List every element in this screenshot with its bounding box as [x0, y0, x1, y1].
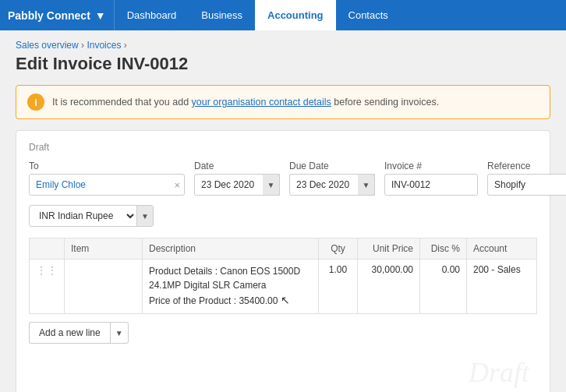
- disc-cell[interactable]: 0.00: [420, 260, 467, 314]
- page-content: Sales overview › Invoices › Edit Invoice…: [0, 30, 566, 392]
- breadcrumb: Sales overview › Invoices ›: [16, 40, 550, 51]
- due-date-calendar-icon[interactable]: ▼: [358, 174, 375, 196]
- desc-line2: Price of the Product : 35400.00 ↖: [149, 292, 312, 309]
- col-account-header: Account: [467, 238, 537, 260]
- breadcrumb-sales-overview[interactable]: Sales overview: [16, 40, 79, 51]
- reference-label: Reference: [487, 161, 566, 171]
- draft-label: Draft: [29, 142, 537, 153]
- reference-input[interactable]: [487, 174, 566, 196]
- page-title: Edit Invoice INV-0012: [16, 54, 550, 74]
- alert-banner: i It is recommended that you add your or…: [16, 85, 550, 119]
- to-input[interactable]: [29, 174, 185, 196]
- currency-select-wrapper: INR Indian Rupee USD US Dollar EUR Euro …: [29, 205, 154, 227]
- qty-cell[interactable]: 1.00: [319, 260, 358, 314]
- reference-field-group: Reference: [487, 161, 566, 196]
- currency-caret-icon[interactable]: ▼: [136, 206, 153, 226]
- table-row: ⋮⋮ Product Details : Canon EOS 1500D 24.…: [30, 260, 537, 314]
- due-date-label: Due Date: [289, 161, 375, 171]
- nav-link-business[interactable]: Business: [189, 0, 255, 30]
- watermark-area: Draft: [29, 353, 537, 392]
- alert-icon: i: [27, 94, 44, 111]
- add-line-caret-icon[interactable]: ▼: [110, 322, 129, 344]
- form-card: Draft To × Date ▼ Due Date: [16, 130, 550, 392]
- alert-org-link[interactable]: your organisation contact details: [192, 97, 331, 108]
- add-line-button[interactable]: Add a new line: [29, 322, 110, 344]
- item-cell: [65, 260, 143, 314]
- due-date-field-group: Due Date ▼: [289, 161, 375, 196]
- col-drag-header: [30, 238, 65, 260]
- top-navigation: Pabbly Connect ▼ Dashboard Business Acco…: [0, 0, 566, 30]
- add-line-row: Add a new line ▼: [29, 322, 537, 344]
- cursor-indicator: ↖: [281, 292, 290, 309]
- due-date-wrapper: ▼: [289, 174, 375, 196]
- col-qty-header: Qty: [319, 238, 358, 260]
- currency-row: INR Indian Rupee USD US Dollar EUR Euro …: [29, 205, 537, 227]
- col-unitprice-header: Unit Price: [358, 238, 420, 260]
- drag-handle[interactable]: ⋮⋮: [30, 260, 65, 314]
- breadcrumb-invoices[interactable]: Invoices: [87, 40, 121, 51]
- nav-link-contacts[interactable]: Contacts: [336, 0, 401, 30]
- invoice-input[interactable]: [384, 174, 478, 196]
- to-field-group: To ×: [29, 161, 185, 196]
- date-wrapper: ▼: [194, 174, 280, 196]
- invoice-label: Invoice #: [384, 161, 478, 171]
- currency-select[interactable]: INR Indian Rupee USD US Dollar EUR Euro …: [30, 207, 136, 225]
- col-disc-header: Disc %: [420, 238, 467, 260]
- brand-logo[interactable]: Pabbly Connect ▼: [0, 0, 115, 30]
- to-field-wrapper: ×: [29, 174, 185, 196]
- col-desc-header: Description: [143, 238, 319, 260]
- invoice-table: Item Description Qty Unit Price Disc % A…: [29, 238, 537, 314]
- invoice-field-group: Invoice #: [384, 161, 478, 196]
- table-header-row: Item Description Qty Unit Price Disc % A…: [30, 238, 537, 260]
- account-cell[interactable]: 200 - Sales: [467, 260, 537, 314]
- to-clear-icon[interactable]: ×: [174, 179, 180, 191]
- fields-row: To × Date ▼ Due Date ▼: [29, 161, 537, 196]
- nav-link-dashboard[interactable]: Dashboard: [115, 0, 189, 30]
- to-label: To: [29, 161, 185, 171]
- nav-links: Dashboard Business Accounting Contacts: [115, 0, 401, 30]
- date-label: Date: [194, 161, 280, 171]
- add-line-btn-wrapper: Add a new line ▼: [29, 322, 537, 344]
- col-item-header: Item: [65, 238, 143, 260]
- desc-line1: Product Details : Canon EOS 1500D 24.1MP…: [149, 264, 312, 292]
- date-calendar-icon[interactable]: ▼: [263, 174, 280, 196]
- brand-name: Pabbly Connect: [8, 9, 90, 22]
- alert-message: It is recommended that you add your orga…: [52, 97, 439, 108]
- unit-price-cell[interactable]: 30,000.00: [358, 260, 420, 314]
- brand-caret-icon: ▼: [95, 9, 106, 22]
- date-field-group: Date ▼: [194, 161, 280, 196]
- desc-cell[interactable]: Product Details : Canon EOS 1500D 24.1MP…: [143, 260, 319, 314]
- watermark-text: Draft: [469, 356, 529, 389]
- nav-link-accounting[interactable]: Accounting: [255, 0, 336, 30]
